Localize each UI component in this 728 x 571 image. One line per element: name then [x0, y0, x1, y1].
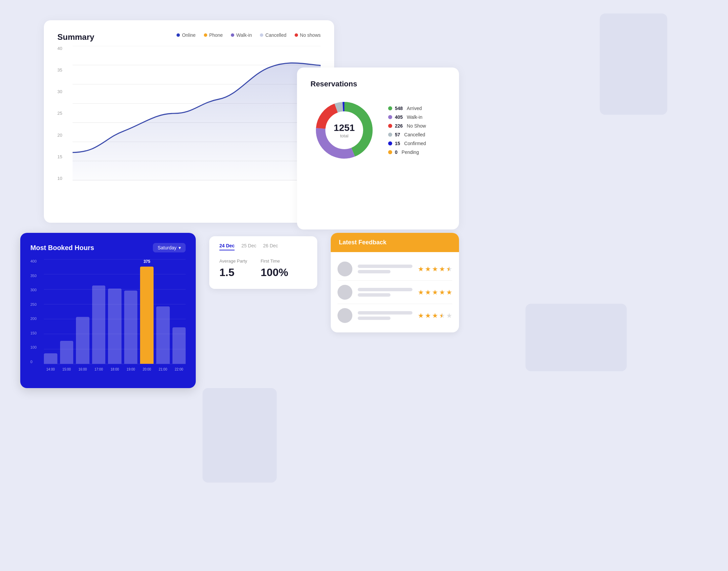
bar-group: 14:00: [44, 259, 57, 364]
summary-title: Summary: [57, 32, 94, 42]
day-selector-button[interactable]: Saturday ▾: [153, 243, 186, 252]
feedback-line: [358, 288, 412, 291]
booked-header: Most Booked Hours Saturday ▾: [30, 243, 186, 252]
bg-decoration-2: [525, 304, 627, 371]
star-rating: ★★★★★: [418, 265, 452, 273]
legend-label: Online: [182, 32, 195, 38]
grid-line: [44, 364, 186, 364]
star-icon: ★: [439, 288, 445, 296]
bar-y-axis: 4003503002502001501000: [30, 259, 42, 364]
res-dot: [388, 141, 392, 145]
star-icon: ★: [418, 265, 424, 273]
bar: [60, 341, 74, 364]
legend-label: No shows: [300, 32, 321, 38]
star-icon: ★: [446, 288, 452, 296]
res-label: No Show: [407, 123, 426, 129]
date-tab[interactable]: 26 Dec: [263, 243, 278, 250]
res-count: 226: [395, 123, 403, 129]
bar-y-label: 250: [30, 302, 42, 306]
bar-time-label: 19:00: [127, 368, 135, 371]
feedback-lines: [358, 311, 412, 320]
bg-decoration-3: [203, 388, 277, 483]
bar-group: 22:00: [172, 259, 186, 364]
y-axis-label: 25: [57, 111, 69, 116]
bar: [92, 286, 106, 364]
reservations-legend: 548Arrived405Walk-in226No Show57Cancelle…: [388, 106, 426, 155]
star-icon: ★: [425, 311, 431, 320]
stat-value: 100%: [261, 266, 288, 279]
feedback-line-short: [358, 270, 390, 273]
reservations-card: Reservations 1251 total: [297, 67, 459, 229]
date-tab[interactable]: 24 Dec: [219, 243, 235, 250]
star-icon: ★: [425, 288, 431, 296]
legend-item-walk-in: Walk-in: [231, 32, 252, 38]
bar-y-label: 150: [30, 331, 42, 335]
bar: [44, 353, 57, 364]
stat-label: Average Party: [219, 259, 247, 264]
day-selector-label: Saturday: [158, 245, 177, 250]
bar-time-label: 21:00: [159, 368, 167, 371]
res-count: 15: [395, 141, 400, 146]
booked-hours-card: Most Booked Hours Saturday ▾ 40035030025…: [20, 233, 196, 388]
legend-item-online: Online: [177, 32, 195, 38]
star-rating: ★★★★★: [418, 311, 452, 320]
res-label: Arrived: [407, 106, 422, 111]
legend-dot: [204, 33, 207, 37]
res-count: 548: [395, 106, 403, 111]
feedback-avatar: [338, 308, 352, 323]
date-tab[interactable]: 25 Dec: [241, 243, 256, 250]
legend-dot: [260, 33, 263, 37]
legend-item-phone: Phone: [204, 32, 223, 38]
bar-group: 37520:00: [140, 259, 154, 364]
bar: 375: [140, 267, 154, 364]
chevron-down-icon: ▾: [179, 245, 181, 250]
star-icon: ★: [418, 288, 424, 296]
bar-group: 18:00: [108, 259, 122, 364]
res-legend-item: 226No Show: [388, 123, 426, 129]
summary-legend: OnlinePhoneWalk-inCancelledNo shows: [177, 32, 321, 38]
res-legend-item: 0Pending: [388, 149, 426, 155]
res-dot: [388, 115, 392, 119]
y-axis-label: 10: [57, 176, 69, 181]
res-count: 0: [395, 149, 398, 155]
feedback-lines: [358, 265, 412, 273]
stat-value: 1.5: [219, 266, 247, 279]
res-dot: [388, 124, 392, 128]
stat-item: First Time100%: [261, 259, 288, 279]
feedback-item: ★★★★★: [338, 257, 452, 281]
bar-group: 15:00: [60, 259, 74, 364]
bar-group: 16:00: [76, 259, 89, 364]
res-count: 405: [395, 114, 403, 120]
bar-group: 21:00: [156, 259, 170, 364]
bar-group: 17:00: [92, 259, 106, 364]
legend-label: Cancelled: [265, 32, 286, 38]
star-icon: ★: [432, 288, 438, 296]
res-label: Walk-in: [407, 114, 422, 120]
reservations-body: 1251 total 548Arrived405Walk-in226No Sho…: [311, 97, 446, 164]
feedback-header: Latest Feedback: [331, 233, 459, 252]
bg-decoration-1: [600, 13, 667, 115]
bar: [124, 291, 138, 364]
legend-dot: [231, 33, 234, 37]
stat-label: First Time: [261, 259, 288, 264]
legend-item-no-shows: No shows: [295, 32, 321, 38]
bar: [156, 306, 170, 364]
y-axis-label: 30: [57, 89, 69, 94]
bar-y-label: 350: [30, 274, 42, 278]
reservations-title: Reservations: [311, 80, 446, 88]
star-icon: ★: [425, 265, 431, 273]
star-icon: ★: [432, 265, 438, 273]
donut-center: 1251 total: [334, 123, 355, 138]
res-label: Pending: [402, 149, 419, 155]
res-legend-item: 57Cancelled: [388, 132, 426, 137]
donut-total: 1251: [334, 123, 355, 133]
feedback-body: ★★★★★★★★★★★★★★★: [331, 252, 459, 332]
feedback-avatar: [338, 285, 352, 300]
star-icon: ★: [446, 265, 452, 273]
bar-y-label: 400: [30, 259, 42, 263]
stats-row: Average Party1.5First Time100%: [219, 259, 307, 279]
line-chart-svg: [73, 46, 321, 181]
y-axis-label: 20: [57, 133, 69, 138]
donut-label: total: [334, 133, 355, 138]
summary-card: Summary OnlinePhoneWalk-inCancelledNo sh…: [44, 20, 334, 223]
